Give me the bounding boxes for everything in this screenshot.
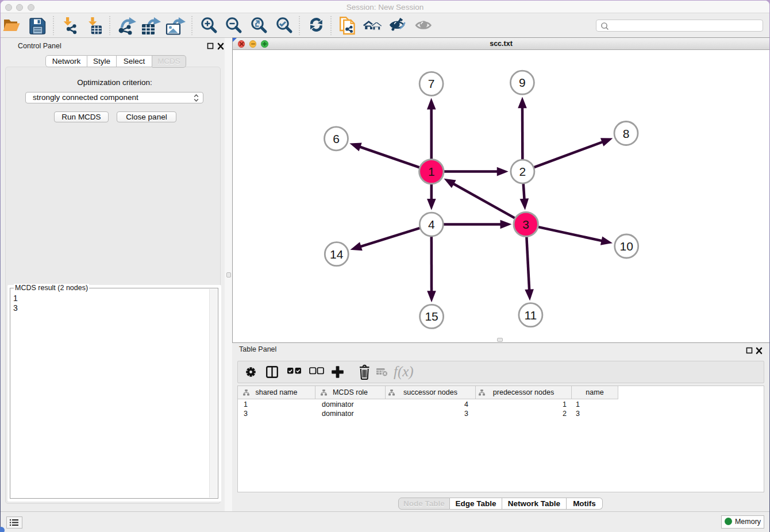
svg-text:3: 3 <box>522 218 529 231</box>
svg-text:11: 11 <box>524 309 537 322</box>
svg-text:4: 4 <box>428 218 435 231</box>
svg-text:1: 1 <box>428 165 435 178</box>
svg-text:f(x): f(x) <box>394 364 414 380</box>
svg-text:8: 8 <box>623 127 630 140</box>
svg-text:15: 15 <box>425 310 438 323</box>
svg-text:9: 9 <box>519 76 526 89</box>
svg-text:10: 10 <box>620 240 633 253</box>
svg-text:2: 2 <box>519 165 526 178</box>
svg-text:7: 7 <box>428 77 435 90</box>
svg-text:14: 14 <box>330 248 344 261</box>
svg-text:6: 6 <box>333 132 340 145</box>
